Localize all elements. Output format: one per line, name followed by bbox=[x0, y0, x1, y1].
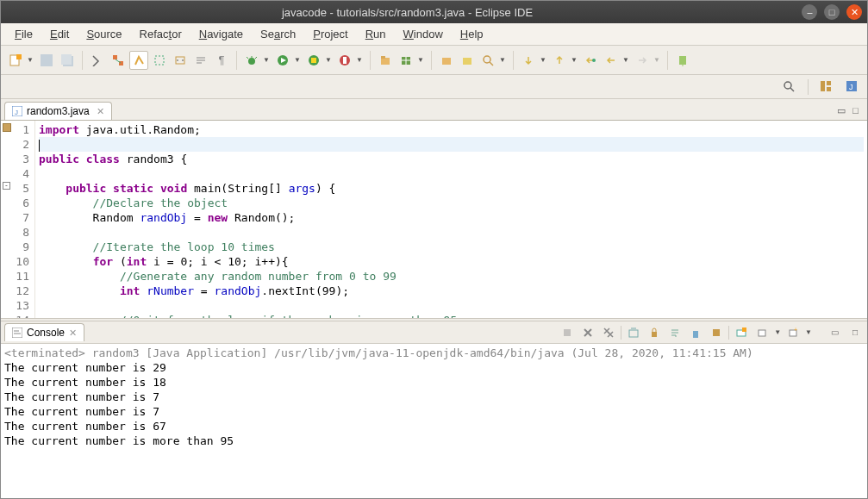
menu-search[interactable]: Search bbox=[252, 25, 304, 43]
window-titlebar: javacode - tutorials/src/random3.java - … bbox=[1, 1, 867, 23]
external-tools-dropdown[interactable]: ▼ bbox=[356, 56, 365, 64]
console-icon bbox=[12, 327, 22, 338]
new-console-button[interactable]: + bbox=[784, 324, 802, 341]
console-select-dropdown[interactable]: ▼ bbox=[774, 328, 781, 336]
code-area[interactable]: import java.util.Random;public class ran… bbox=[35, 121, 867, 318]
open-task-button[interactable] bbox=[458, 51, 477, 70]
block-selection-button[interactable] bbox=[150, 51, 169, 70]
mark-occurrences-button[interactable] bbox=[109, 51, 128, 70]
show-whitespace-button[interactable] bbox=[171, 51, 190, 70]
console-output-line: The current number is 7 bbox=[4, 404, 864, 419]
svg-rect-53 bbox=[742, 327, 746, 332]
word-wrap-console-button[interactable] bbox=[666, 324, 684, 341]
separator bbox=[370, 51, 371, 70]
svg-text:+: + bbox=[794, 327, 797, 333]
separator bbox=[728, 326, 729, 340]
line-number: 3 bbox=[3, 152, 29, 166]
search-dropdown[interactable]: ▼ bbox=[499, 56, 508, 64]
open-perspective-button[interactable] bbox=[819, 79, 834, 95]
code-editor[interactable]: 1 2 3 4 - 5 6 7 8 9 10 11 12 13 14 impor… bbox=[1, 120, 867, 318]
console-tab-label: Console bbox=[27, 327, 65, 339]
external-tools-button[interactable] bbox=[335, 51, 354, 70]
forward-button[interactable] bbox=[633, 51, 652, 70]
menu-refactor[interactable]: Refactor bbox=[131, 25, 190, 43]
back-button[interactable] bbox=[602, 51, 621, 70]
svg-rect-20 bbox=[311, 58, 316, 63]
menu-file[interactable]: File bbox=[6, 25, 41, 43]
new-console-dropdown[interactable]: ▼ bbox=[805, 328, 812, 336]
save-button[interactable] bbox=[37, 51, 56, 70]
new-dropdown[interactable]: ▼ bbox=[27, 56, 35, 64]
menu-window[interactable]: Window bbox=[395, 25, 452, 43]
new-package-dropdown[interactable]: ▼ bbox=[417, 56, 426, 64]
menu-navigate[interactable]: Navigate bbox=[190, 25, 252, 43]
prev-annotation-button[interactable] bbox=[550, 51, 569, 70]
new-button[interactable] bbox=[6, 51, 25, 70]
console-output[interactable]: <terminated> random3 [Java Application] … bbox=[1, 344, 867, 498]
save-all-button[interactable] bbox=[58, 51, 77, 70]
maximize-pane-button[interactable]: □ bbox=[852, 105, 859, 116]
next-annotation-dropdown[interactable]: ▼ bbox=[540, 56, 548, 64]
pin-editor-button[interactable] bbox=[673, 51, 692, 70]
remove-all-button[interactable] bbox=[600, 324, 617, 341]
open-console-button[interactable] bbox=[733, 324, 750, 341]
open-type-button[interactable] bbox=[437, 51, 456, 70]
minimize-console-button[interactable]: ▭ bbox=[826, 324, 843, 341]
toggle-breadcrumb-button[interactable] bbox=[88, 51, 107, 70]
minimize-pane-button[interactable]: ▭ bbox=[837, 105, 846, 116]
menu-edit[interactable]: Edit bbox=[41, 25, 78, 43]
back-dropdown[interactable]: ▼ bbox=[622, 56, 631, 64]
java-perspective-button[interactable]: J bbox=[845, 79, 860, 95]
tab-close-button[interactable]: ✕ bbox=[97, 106, 104, 117]
pin-console-button[interactable] bbox=[687, 324, 704, 341]
svg-rect-22 bbox=[343, 57, 347, 64]
menu-source[interactable]: Source bbox=[78, 25, 130, 43]
debug-button[interactable] bbox=[242, 51, 261, 70]
svg-rect-41 bbox=[12, 327, 22, 338]
svg-text:J: J bbox=[849, 83, 853, 91]
console-output-line: The current number is 67 bbox=[4, 419, 864, 434]
svg-rect-23 bbox=[381, 58, 390, 65]
scroll-lock-button[interactable] bbox=[646, 324, 663, 341]
word-wrap-button[interactable] bbox=[191, 51, 210, 70]
maximize-console-button[interactable]: □ bbox=[846, 324, 864, 341]
terminate-button[interactable] bbox=[559, 324, 576, 341]
menu-help[interactable]: Help bbox=[452, 25, 492, 43]
separator bbox=[236, 51, 237, 70]
editor-tab-random3[interactable]: J random3.java ✕ bbox=[4, 102, 112, 120]
display-selected-button[interactable] bbox=[708, 324, 725, 341]
window-maximize-button[interactable]: □ bbox=[824, 4, 840, 20]
console-tab[interactable]: Console ✕ bbox=[4, 323, 84, 341]
clear-console-button[interactable] bbox=[625, 324, 642, 341]
toggle-highlight-button[interactable] bbox=[129, 51, 148, 70]
window-minimize-button[interactable]: ‒ bbox=[802, 4, 817, 20]
remove-launch-button[interactable] bbox=[579, 324, 596, 341]
console-tab-close[interactable]: ✕ bbox=[69, 327, 77, 339]
line-number: 7 bbox=[3, 210, 29, 225]
menubar: File Edit Source Refactor Navigate Searc… bbox=[1, 23, 867, 46]
coverage-dropdown[interactable]: ▼ bbox=[325, 56, 334, 64]
window-close-button[interactable]: ✕ bbox=[846, 4, 862, 20]
next-annotation-button[interactable] bbox=[519, 51, 538, 70]
line-number: 6 bbox=[3, 196, 29, 210]
paragraph-button[interactable]: ¶ bbox=[212, 51, 231, 70]
svg-rect-5 bbox=[113, 55, 117, 59]
forward-dropdown[interactable]: ▼ bbox=[653, 56, 662, 64]
new-java-project-button[interactable] bbox=[376, 51, 395, 70]
fold-marker-icon[interactable]: - bbox=[3, 182, 10, 190]
coverage-button[interactable] bbox=[304, 51, 323, 70]
prev-annotation-dropdown[interactable]: ▼ bbox=[571, 56, 579, 64]
menu-run[interactable]: Run bbox=[357, 25, 395, 43]
svg-line-17 bbox=[255, 57, 257, 59]
console-select-button[interactable] bbox=[753, 324, 771, 341]
debug-dropdown[interactable]: ▼ bbox=[263, 56, 272, 64]
new-package-button[interactable] bbox=[397, 51, 415, 70]
run-button[interactable] bbox=[273, 51, 292, 70]
search-button[interactable] bbox=[478, 51, 497, 70]
menu-project[interactable]: Project bbox=[304, 25, 356, 43]
run-dropdown[interactable]: ▼ bbox=[294, 56, 303, 64]
warning-marker-icon[interactable] bbox=[3, 123, 11, 132]
line-number: 14 bbox=[3, 313, 29, 318]
last-edit-button[interactable] bbox=[581, 51, 600, 70]
search-icon[interactable] bbox=[782, 79, 797, 95]
